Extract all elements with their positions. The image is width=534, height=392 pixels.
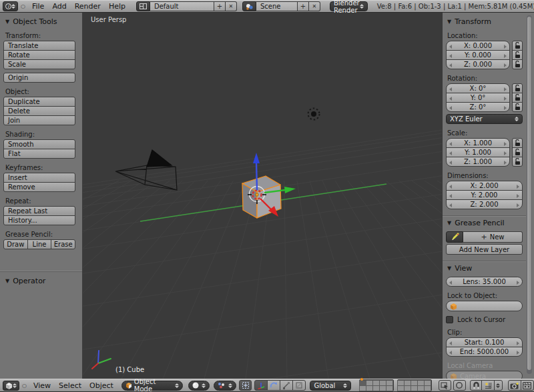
rotation-mode-dropdown[interactable]: XYZ Euler: [446, 114, 523, 124]
lens-field[interactable]: Lens: 35.000: [446, 277, 523, 287]
clip-label: Clip:: [447, 329, 523, 336]
layer-cell[interactable]: [386, 385, 393, 391]
add-new-layer-button[interactable]: Add New Layer: [446, 244, 523, 255]
delete-scene-button[interactable]: ✕: [309, 1, 320, 11]
proportional-editing-button[interactable]: [453, 380, 466, 391]
lock-to-object-field[interactable]: [446, 301, 523, 311]
rotation-x-field[interactable]: X: 0°: [446, 83, 510, 93]
repeat-last-button[interactable]: Repeat Last: [3, 206, 75, 216]
opengl-render-image-button[interactable]: [508, 380, 521, 391]
lock-scale-y-button[interactable]: [512, 147, 523, 157]
object-tools-panel-header[interactable]: ▼ Object Tools: [0, 17, 82, 27]
clip-end-field[interactable]: End: 5000.000: [446, 347, 523, 357]
view-panel-header[interactable]: ▼ View: [446, 263, 523, 273]
lamp-object[interactable]: [308, 109, 320, 120]
location-z-field[interactable]: Z: 0.000: [446, 59, 510, 69]
scene-browse-button[interactable]: [242, 1, 256, 11]
editor-type-selector[interactable]: i: [3, 1, 18, 11]
duplicate-button[interactable]: Duplicate: [3, 97, 75, 107]
translate-button[interactable]: Translate: [3, 41, 75, 51]
scale-manipulator-button[interactable]: [280, 380, 293, 391]
scale-x-field[interactable]: X: 1.000: [446, 138, 510, 148]
mode-dropdown[interactable]: Object Mode: [121, 381, 183, 391]
lock-rotation-y-button[interactable]: [512, 93, 523, 103]
add-scene-button[interactable]: +: [298, 1, 309, 11]
location-y-field[interactable]: Y: 0.000: [446, 50, 510, 60]
grease-erase-button[interactable]: Erase: [51, 239, 75, 249]
insert-keyframe-button[interactable]: Insert: [3, 173, 75, 183]
snap-element-dropdown[interactable]: [494, 380, 503, 391]
menu-view[interactable]: View: [33, 381, 51, 390]
info-editor-icon: i: [5, 3, 11, 9]
add-layout-button[interactable]: +: [214, 1, 226, 11]
pivot-point-dropdown[interactable]: [214, 381, 237, 391]
scene-name-field[interactable]: Scene: [256, 1, 298, 11]
opengl-render-animation-button[interactable]: [521, 380, 534, 391]
menu-object[interactable]: Object: [89, 381, 113, 390]
screen-layout-name-field[interactable]: Default: [150, 1, 214, 11]
extra-manipulator-button[interactable]: [292, 380, 306, 391]
rotate-manipulator-button[interactable]: [267, 380, 280, 391]
scrollbar-track[interactable]: [527, 15, 532, 374]
screen-layout-browse-button[interactable]: [136, 1, 150, 11]
remove-keyframe-button[interactable]: Remove: [3, 182, 75, 192]
scrollbar-thumb[interactable]: [527, 17, 531, 370]
render-engine-dropdown[interactable]: Blender Render: [330, 1, 368, 11]
lock-location-y-button[interactable]: [512, 50, 523, 60]
menu-add[interactable]: Add: [52, 2, 66, 11]
lock-to-cursor-checkbox[interactable]: [446, 316, 453, 323]
lock-scale-z-button[interactable]: [512, 157, 523, 167]
object-on-layer-dot: [360, 378, 363, 381]
translate-manipulator-button[interactable]: [254, 380, 268, 391]
active-object-label: (1) Cube: [115, 366, 144, 373]
snap-element-button[interactable]: [481, 380, 495, 391]
lock-rotation-x-button[interactable]: [512, 83, 523, 93]
join-button[interactable]: Join: [3, 115, 75, 125]
dimensions-z-field[interactable]: Z: 2.000: [446, 199, 523, 209]
scale-button[interactable]: Scale: [3, 59, 75, 69]
grease-pencil-panel-header[interactable]: ▼ Grease Pencil: [446, 218, 523, 228]
rotate-button[interactable]: Rotate: [3, 50, 75, 60]
menu-render[interactable]: Render: [75, 2, 101, 11]
dimensions-x-field[interactable]: X: 2.000: [446, 181, 523, 191]
scene-group: Scene + ✕: [242, 1, 320, 11]
delete-button[interactable]: Delete: [3, 106, 75, 116]
scene-statistics: Ve:8 | Fa:6 | Ob:1-3 | La:1 | Mem:5.81M …: [377, 3, 534, 10]
menu-help[interactable]: Help: [109, 2, 125, 11]
history-button[interactable]: History...: [3, 215, 75, 225]
lock-location-z-button[interactable]: [512, 59, 523, 69]
lock-rotation-z-button[interactable]: [512, 102, 523, 112]
smooth-button[interactable]: Smooth: [3, 139, 75, 149]
rotation-y-field[interactable]: Y: 0°: [446, 93, 510, 103]
location-x-field[interactable]: X: 0.000: [446, 41, 510, 51]
manipulator-toggle-button[interactable]: [239, 380, 252, 391]
clip-start-field[interactable]: Start: 0.100: [446, 337, 523, 347]
dimensions-y-field[interactable]: Y: 2.000: [446, 190, 523, 200]
grease-new-button[interactable]: + New: [463, 231, 523, 243]
viewport-shading-dropdown[interactable]: [188, 381, 210, 391]
grease-pencil-draw-button[interactable]: [446, 231, 463, 243]
editor-type-selector[interactable]: [3, 381, 19, 391]
operator-panel-header[interactable]: ▼ Operator: [0, 271, 82, 286]
transform-panel-header[interactable]: ▼ Transform: [446, 17, 523, 27]
grease-draw-button[interactable]: Draw: [3, 239, 28, 249]
3d-viewport[interactable]: User Persp (1) Cube: [83, 13, 442, 379]
collapse-menus-icon[interactable]: ○: [22, 383, 27, 389]
lock-scale-x-button[interactable]: [512, 138, 523, 148]
scale-z-field[interactable]: Z: 1.000: [446, 157, 510, 167]
scale-y-field[interactable]: Y: 1.000: [446, 147, 510, 157]
lock-to-scene-button[interactable]: [439, 380, 451, 391]
lock-location-x-button[interactable]: [512, 41, 523, 51]
grease-line-button[interactable]: Line: [27, 239, 52, 249]
orientation-dropdown[interactable]: Global: [310, 381, 350, 391]
collapse-menus-icon[interactable]: ○: [21, 3, 25, 9]
menu-file[interactable]: File: [32, 2, 44, 11]
unlock-icon: [515, 51, 521, 59]
flat-button[interactable]: Flat: [3, 149, 75, 159]
rotation-z-field[interactable]: Z: 0°: [446, 102, 510, 112]
layer-cell[interactable]: [424, 385, 431, 391]
menu-select[interactable]: Select: [59, 381, 81, 390]
camera-object[interactable]: [115, 150, 177, 190]
origin-button[interactable]: Origin: [3, 73, 75, 83]
delete-layout-button[interactable]: ✕: [226, 1, 237, 11]
